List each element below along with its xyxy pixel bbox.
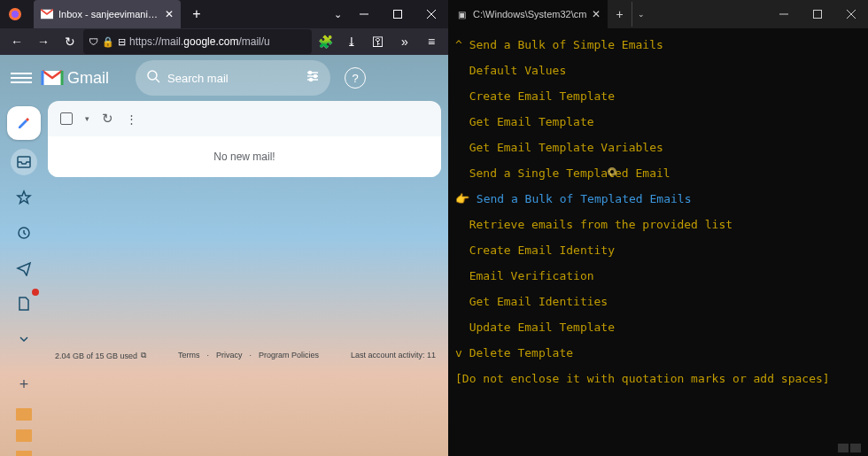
- compose-button[interactable]: [7, 106, 41, 140]
- menu-item[interactable]: 👉 Send a Bulk of Templated Emails: [455, 186, 861, 212]
- svg-point-7: [148, 71, 157, 80]
- message-list: ▾ ↻ ⋮ No new mail!: [48, 101, 441, 177]
- select-all-checkbox[interactable]: [60, 112, 73, 125]
- status-icons: [838, 444, 861, 452]
- nav-snoozed[interactable]: [11, 220, 37, 246]
- terms-link[interactable]: Terms: [178, 351, 200, 360]
- gmail-footer: 2.04 GB of 15 GB used ⧉ Terms· Privacy· …: [50, 351, 441, 360]
- gmail-logo-text: Gmail: [67, 69, 109, 88]
- firefox-toolbar: ← → ↻ 🛡 🔒 ⊟ https://mail.google.com/mail…: [0, 28, 448, 55]
- empty-state-text: No new mail!: [48, 136, 441, 177]
- maximize-button[interactable]: [801, 0, 834, 28]
- svg-point-13: [314, 75, 317, 78]
- overflow-button[interactable]: »: [391, 28, 418, 55]
- close-window-button[interactable]: [415, 0, 448, 28]
- svg-point-12: [309, 72, 312, 74]
- terminal-tab[interactable]: ▣ C:\Windows\System32\cmd.e ✕: [448, 0, 608, 28]
- shield-icon: 🛡: [89, 36, 98, 47]
- forward-button[interactable]: →: [30, 28, 57, 55]
- menu-item[interactable]: ^ Send a Bulk of Simple Emails: [455, 32, 861, 58]
- svg-rect-18: [814, 11, 822, 19]
- firefox-icon: [0, 7, 30, 21]
- terminal-titlebar: ▣ C:\Windows\System32\cmd.e ✕ + ⌄: [448, 0, 868, 28]
- hint-text: [Do not enclose it with quotation marks …: [455, 366, 861, 391]
- menu-item[interactable]: Get Email Template: [455, 109, 861, 135]
- gmail-main: ▾ ↻ ⋮ No new mail!: [48, 101, 448, 456]
- terminal-tab-title: C:\Windows\System32\cmd.e: [473, 9, 586, 19]
- url-bar[interactable]: 🛡 🔒 ⊟ https://mail.google.com/mail/u: [83, 29, 312, 54]
- close-tab-icon[interactable]: ✕: [592, 8, 601, 20]
- search-options-icon[interactable]: [306, 69, 320, 87]
- lock-icon: 🔒: [102, 36, 114, 48]
- menu-item[interactable]: Create Email Template: [455, 83, 861, 109]
- menu-item[interactable]: Default Values: [455, 58, 861, 83]
- nav-more[interactable]: [11, 326, 37, 352]
- gmail-header: Gmail Search mail ?: [0, 55, 448, 101]
- menu-item[interactable]: Get Email Template Variables: [455, 135, 861, 160]
- list-toolbar: ▾ ↻ ⋮: [48, 101, 441, 136]
- menu-item[interactable]: Email Verification: [455, 263, 861, 289]
- drafts-badge: [32, 289, 39, 296]
- close-window-button[interactable]: [834, 0, 868, 28]
- folder-icon[interactable]: [16, 408, 32, 421]
- select-dropdown-icon[interactable]: ▾: [85, 114, 89, 123]
- storage-info: 2.04 GB of 15 GB used ⧉: [55, 351, 146, 360]
- maximize-button[interactable]: [381, 0, 415, 28]
- url-text: https://mail.google.com/mail/u: [129, 35, 306, 48]
- search-icon: [146, 69, 160, 87]
- folder-icon[interactable]: [16, 429, 32, 442]
- gmail-favicon-icon: [41, 8, 53, 20]
- back-button[interactable]: ←: [4, 28, 30, 55]
- help-button[interactable]: ?: [345, 67, 366, 89]
- gmail-logo-icon: [41, 69, 64, 87]
- app-menu-button[interactable]: ≡: [418, 28, 445, 55]
- policies-link[interactable]: Program Policies: [259, 351, 319, 360]
- menu-item[interactable]: Create Email Identity: [455, 237, 861, 263]
- downloads-button[interactable]: ⤓: [338, 28, 365, 55]
- reload-button[interactable]: ↻: [57, 28, 83, 55]
- svg-point-22: [610, 170, 614, 174]
- permissions-icon: ⊟: [118, 36, 126, 48]
- extensions-button[interactable]: 🧩: [312, 28, 338, 55]
- firefox-window: Inbox - sanjeevimani567@gm ✕ + ⌄ ← → ↻ 🛡…: [0, 0, 448, 456]
- activity-text: Last account activity: 11: [351, 351, 436, 360]
- browser-tab[interactable]: Inbox - sanjeevimani567@gm ✕: [34, 0, 181, 28]
- tab-overflow-icon[interactable]: ⌄: [329, 9, 347, 20]
- svg-rect-4: [394, 11, 402, 19]
- refresh-button[interactable]: ↻: [102, 111, 113, 127]
- search-bar[interactable]: Search mail: [136, 60, 330, 96]
- pocket-button[interactable]: ⚿: [365, 28, 391, 55]
- add-label-button[interactable]: +: [14, 370, 35, 399]
- minimize-button[interactable]: [347, 0, 381, 28]
- nav-inbox[interactable]: [11, 149, 37, 175]
- main-menu-button[interactable]: [11, 67, 32, 89]
- menu-item[interactable]: Send a Single Templated Email: [455, 160, 861, 186]
- svg-line-8: [156, 79, 159, 82]
- menu-item[interactable]: Update Email Template: [455, 314, 861, 340]
- new-tab-button[interactable]: +: [184, 2, 209, 27]
- privacy-link[interactable]: Privacy: [216, 351, 243, 360]
- folder-icon[interactable]: [16, 451, 32, 456]
- cmd-icon: ▣: [455, 8, 468, 20]
- menu-item[interactable]: v Delete Template: [455, 340, 861, 366]
- svg-point-14: [310, 79, 313, 81]
- gmail-logo: Gmail: [41, 69, 109, 88]
- new-terminal-tab-button[interactable]: +: [608, 2, 632, 27]
- nav-starred[interactable]: [11, 184, 37, 211]
- search-placeholder: Search mail: [167, 72, 298, 85]
- firefox-titlebar: Inbox - sanjeevimani567@gm ✕ + ⌄: [0, 0, 448, 28]
- close-tab-icon[interactable]: ✕: [165, 8, 174, 20]
- mouse-cursor-icon: [606, 161, 618, 174]
- gmail-body: + ▾ ↻ ⋮ No new mail!: [0, 101, 448, 456]
- terminal-body[interactable]: ^ Send a Bulk of Simple Emails Default V…: [448, 28, 868, 456]
- profile-dropdown-icon[interactable]: ⌄: [632, 10, 650, 19]
- terminal-window: ▣ C:\Windows\System32\cmd.e ✕ + ⌄ ^ Send…: [448, 0, 868, 456]
- open-in-new-icon[interactable]: ⧉: [141, 351, 146, 360]
- nav-sent[interactable]: [11, 255, 37, 282]
- storage-text: 2.04 GB of 15 GB used: [55, 352, 137, 360]
- more-actions-button[interactable]: ⋮: [126, 112, 137, 126]
- menu-item[interactable]: Get Email Identities: [455, 289, 861, 314]
- menu-item[interactable]: Retrieve emails from the provided list: [455, 212, 861, 237]
- minimize-button[interactable]: [767, 0, 801, 28]
- nav-drafts[interactable]: [11, 290, 37, 317]
